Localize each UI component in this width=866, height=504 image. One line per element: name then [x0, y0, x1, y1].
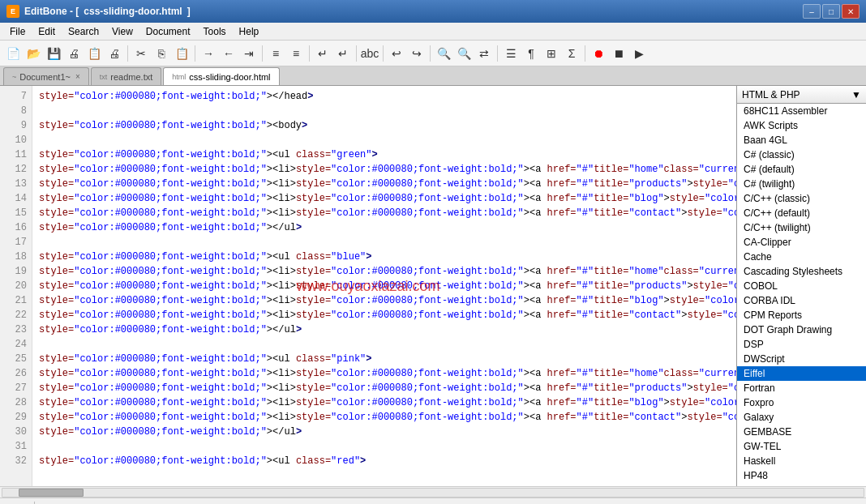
- line-number: 16: [0, 220, 32, 235]
- lang-item[interactable]: AWK Scripts: [737, 118, 866, 133]
- lang-item[interactable]: Foxpro: [737, 395, 866, 410]
- replace-button[interactable]: ⇄: [474, 44, 494, 63]
- line-numbers: 7891011121314151617181920212223242526272…: [0, 86, 32, 486]
- line-number: 8: [0, 104, 32, 118]
- format-button[interactable]: ⇥: [239, 44, 259, 63]
- save-all-button[interactable]: 🖨: [64, 44, 84, 63]
- lang-item[interactable]: C# (twilight): [737, 177, 866, 191]
- lang-item[interactable]: Cache: [737, 250, 866, 264]
- new-button[interactable]: 📄: [3, 44, 23, 63]
- print-button[interactable]: 🖨: [105, 44, 124, 63]
- line-number: 14: [0, 191, 32, 206]
- lang-item[interactable]: Baan 4GL: [737, 133, 866, 147]
- editor[interactable]: www.ouyaoxiazai.com 78910111213141516171…: [0, 86, 736, 486]
- lang-item[interactable]: C/C++ (default): [737, 206, 866, 220]
- menu-edit[interactable]: Edit: [32, 24, 62, 39]
- lang-item[interactable]: Cascading Stylesheets: [737, 264, 866, 279]
- editor-content[interactable]: 7891011121314151617181920212223242526272…: [0, 86, 736, 486]
- copy-button[interactable]: ⎘: [152, 44, 171, 63]
- menu-document[interactable]: Document: [139, 24, 197, 39]
- status-bar: 1: 1 Insert: [0, 498, 866, 504]
- redo-button[interactable]: ↪: [407, 44, 427, 63]
- line-number: 15: [0, 206, 32, 220]
- lang-dropdown[interactable]: HTML & PHP ▼: [737, 86, 866, 104]
- stop-button[interactable]: ⏹: [609, 44, 628, 63]
- lang-item[interactable]: CA-Clipper: [737, 235, 866, 250]
- lang-item[interactable]: C/C++ (twilight): [737, 220, 866, 235]
- wrap-button[interactable]: ↵: [313, 44, 332, 63]
- menu-view[interactable]: View: [105, 24, 139, 39]
- line-number: 26: [0, 366, 32, 381]
- table-button[interactable]: ⊞: [542, 44, 561, 63]
- lang-item[interactable]: COBOL: [737, 279, 866, 293]
- lang-item[interactable]: GEMBASE: [737, 425, 866, 439]
- code-area[interactable]: style="color:#000080;font-weight:bold;">…: [32, 86, 736, 486]
- lang-item[interactable]: 68HC11 Assembler: [737, 104, 866, 118]
- symbol-button[interactable]: Σ: [562, 44, 581, 63]
- h-scroll-thumb[interactable]: [19, 489, 84, 497]
- find-button[interactable]: 🔍: [434, 44, 453, 63]
- title-bar: E EditBone - [ css-sliding-door.html ] –…: [0, 0, 866, 23]
- lang-item[interactable]: Fortran: [737, 381, 866, 395]
- title-bar-left: E EditBone - [ css-sliding-door.html ]: [6, 5, 191, 18]
- separator-6: [383, 45, 384, 62]
- close-button[interactable]: ✕: [842, 4, 860, 19]
- lang-item[interactable]: HP48: [737, 468, 866, 483]
- file-title: css-sliding-door.html: [84, 6, 182, 17]
- line-number: 17: [0, 235, 32, 250]
- separator-4: [309, 45, 310, 62]
- lang-item[interactable]: Eiffel: [737, 366, 866, 381]
- line-number: 20: [0, 279, 32, 293]
- unindent-button[interactable]: ←: [219, 44, 238, 63]
- lang-selected: HTML & PHP: [742, 89, 800, 100]
- undo-button[interactable]: ↩: [387, 44, 406, 63]
- align-right-button[interactable]: ≡: [286, 44, 306, 63]
- spell-button[interactable]: abc: [360, 44, 379, 63]
- close-doc-button[interactable]: 📋: [84, 44, 104, 63]
- save-button[interactable]: 💾: [44, 44, 63, 63]
- lang-list[interactable]: 68HC11 AssemblerAWK ScriptsBaan 4GLC# (c…: [737, 104, 866, 486]
- lang-item[interactable]: Galaxy: [737, 410, 866, 425]
- lang-item[interactable]: C# (default): [737, 162, 866, 177]
- menu-file[interactable]: File: [3, 24, 32, 39]
- find-next-button[interactable]: 🔍: [454, 44, 474, 63]
- code-line: style="color:#000080;font-weight:bold;">…: [39, 454, 730, 468]
- h-scrollbar[interactable]: [0, 486, 866, 498]
- line-number: 18: [0, 250, 32, 264]
- lang-item[interactable]: DWScript: [737, 352, 866, 366]
- tab-document1[interactable]: ~ Document1~ ×: [3, 67, 89, 85]
- lang-item[interactable]: C# (classic): [737, 147, 866, 162]
- open-button[interactable]: 📂: [24, 44, 43, 63]
- lang-item[interactable]: CPM Reports: [737, 308, 866, 322]
- lang-item[interactable]: DOT Graph Drawing: [737, 322, 866, 337]
- lang-item[interactable]: DSP: [737, 337, 866, 352]
- list-button[interactable]: ☰: [501, 44, 521, 63]
- align-left-button[interactable]: ≡: [266, 44, 285, 63]
- maximize-button[interactable]: □: [822, 4, 840, 19]
- cut-button[interactable]: ✂: [131, 44, 151, 63]
- play-button[interactable]: ▶: [629, 44, 649, 63]
- line-number: 11: [0, 147, 32, 162]
- record-button[interactable]: ⏺: [589, 44, 608, 63]
- lang-item[interactable]: C/C++ (classic): [737, 191, 866, 206]
- tab-close-document1[interactable]: ×: [75, 72, 80, 81]
- line-number: 24: [0, 337, 32, 352]
- menu-help[interactable]: Help: [233, 24, 266, 39]
- main-area: www.ouyaoxiazai.com 78910111213141516171…: [0, 86, 866, 486]
- lang-item[interactable]: HTML & PHP: [737, 483, 866, 486]
- lang-item[interactable]: CORBA IDL: [737, 293, 866, 308]
- unwrap-button[interactable]: ↵: [333, 44, 353, 63]
- h-scroll-track[interactable]: [2, 488, 864, 498]
- lang-item[interactable]: GW-TEL: [737, 439, 866, 454]
- paste-button[interactable]: 📋: [172, 44, 191, 63]
- tab-readme[interactable]: txt readme.txt: [91, 67, 161, 85]
- menu-search[interactable]: Search: [62, 24, 105, 39]
- menu-tools[interactable]: Tools: [197, 24, 233, 39]
- indent-button[interactable]: →: [199, 44, 218, 63]
- para-button[interactable]: ¶: [521, 44, 541, 63]
- minimize-button[interactable]: –: [803, 4, 821, 19]
- line-number: 7: [0, 89, 32, 104]
- tab-css-sliding[interactable]: html css-sliding-door.html: [163, 67, 279, 85]
- app-title: EditBone - [: [24, 6, 79, 17]
- lang-item[interactable]: Haskell: [737, 454, 866, 468]
